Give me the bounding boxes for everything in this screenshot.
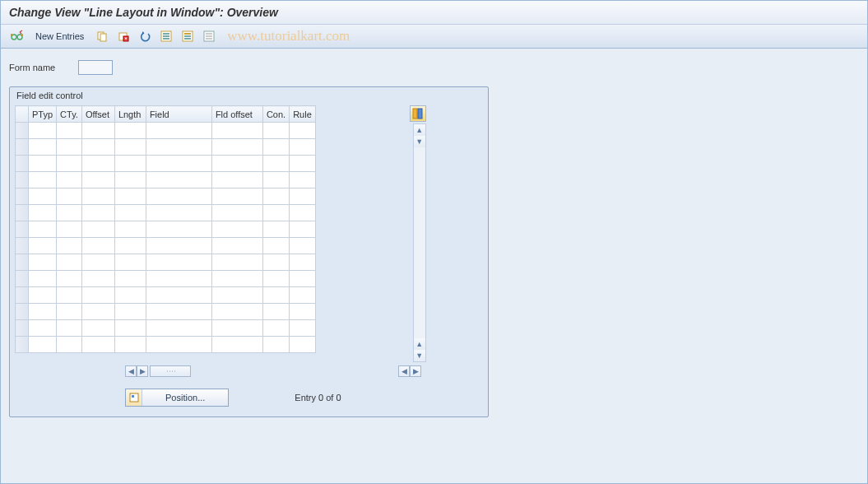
table-row[interactable]: [16, 205, 316, 221]
grid-header-ptyp[interactable]: PTyp: [29, 106, 57, 123]
horizontal-scrollbar[interactable]: ◀ ▶ ◀ ▶: [15, 365, 483, 377]
row-selector[interactable]: [16, 188, 29, 205]
grid-header-fldoffset[interactable]: Fld offset: [211, 106, 262, 123]
grid-cell[interactable]: [211, 188, 262, 205]
grid-cell[interactable]: [81, 271, 114, 287]
grid-cell[interactable]: [211, 172, 262, 188]
copy-button[interactable]: [94, 28, 110, 44]
grid-cell[interactable]: [57, 139, 82, 156]
grid-cell[interactable]: [262, 205, 289, 221]
grid-cell[interactable]: [211, 271, 262, 287]
grid-cell[interactable]: [211, 320, 262, 337]
delete-button[interactable]: [115, 28, 132, 44]
form-name-input[interactable]: [78, 60, 113, 75]
row-selector[interactable]: [16, 254, 29, 271]
table-row[interactable]: [16, 188, 316, 205]
grid-cell[interactable]: [146, 271, 211, 287]
scroll-left2-button[interactable]: ◀: [398, 365, 410, 377]
grid-cell[interactable]: [211, 238, 262, 254]
grid-cell[interactable]: [29, 238, 57, 254]
grid-cell[interactable]: [114, 205, 146, 221]
row-selector[interactable]: [16, 205, 29, 221]
grid-cell[interactable]: [290, 139, 316, 156]
grid-cell[interactable]: [114, 123, 146, 139]
grid-cell[interactable]: [29, 320, 57, 337]
grid-cell[interactable]: [57, 172, 82, 188]
grid-cell[interactable]: [81, 254, 114, 271]
grid-cell[interactable]: [114, 337, 146, 353]
grid-cell[interactable]: [146, 123, 211, 139]
scroll-down2-button[interactable]: ▲: [414, 338, 425, 350]
grid-cell[interactable]: [81, 238, 114, 254]
field-grid[interactable]: PTypCTy.OffsetLngthFieldFld offsetCon.Ru…: [15, 105, 316, 353]
scroll-right-button[interactable]: ▶: [137, 365, 148, 377]
grid-cell[interactable]: [211, 139, 262, 156]
grid-cell[interactable]: [81, 337, 114, 353]
grid-cell[interactable]: [211, 254, 262, 271]
grid-cell[interactable]: [146, 139, 211, 156]
grid-cell[interactable]: [146, 304, 211, 320]
grid-cell[interactable]: [114, 320, 146, 337]
grid-cell[interactable]: [290, 320, 316, 337]
select-all-button[interactable]: [158, 28, 174, 44]
grid-cell[interactable]: [146, 205, 211, 221]
grid-cell[interactable]: [114, 221, 146, 238]
grid-cell[interactable]: [81, 123, 114, 139]
grid-cell[interactable]: [114, 172, 146, 188]
grid-cell[interactable]: [262, 123, 289, 139]
grid-cell[interactable]: [290, 287, 316, 304]
table-row[interactable]: [16, 123, 316, 139]
grid-cell[interactable]: [146, 172, 211, 188]
grid-cell[interactable]: [57, 287, 82, 304]
row-selector[interactable]: [16, 320, 29, 337]
grid-cell[interactable]: [146, 221, 211, 238]
grid-cell[interactable]: [114, 304, 146, 320]
grid-cell[interactable]: [211, 287, 262, 304]
grid-cell[interactable]: [290, 271, 316, 287]
grid-cell[interactable]: [290, 304, 316, 320]
grid-cell[interactable]: [146, 188, 211, 205]
grid-cell[interactable]: [57, 320, 82, 337]
grid-cell[interactable]: [57, 271, 82, 287]
grid-cell[interactable]: [290, 172, 316, 188]
select-block-button[interactable]: [179, 28, 196, 44]
grid-header-cty[interactable]: CTy.: [57, 106, 82, 123]
grid-cell[interactable]: [262, 172, 289, 188]
table-row[interactable]: [16, 254, 316, 271]
grid-cell[interactable]: [57, 156, 82, 172]
row-selector[interactable]: [16, 123, 29, 139]
grid-cell[interactable]: [81, 156, 114, 172]
grid-cell[interactable]: [81, 172, 114, 188]
grid-cell[interactable]: [146, 238, 211, 254]
row-selector[interactable]: [16, 139, 29, 156]
grid-cell[interactable]: [57, 205, 82, 221]
grid-cell[interactable]: [29, 304, 57, 320]
grid-cell[interactable]: [290, 238, 316, 254]
grid-cell[interactable]: [29, 337, 57, 353]
undo-button[interactable]: [137, 28, 153, 44]
toggle-button[interactable]: [7, 28, 26, 44]
grid-cell[interactable]: [57, 221, 82, 238]
row-selector[interactable]: [16, 156, 29, 172]
row-selector[interactable]: [16, 304, 29, 320]
grid-cell[interactable]: [29, 205, 57, 221]
deselect-all-button[interactable]: [201, 28, 217, 44]
grid-cell[interactable]: [81, 205, 114, 221]
new-entries-button[interactable]: New Entries: [30, 28, 89, 44]
grid-cell[interactable]: [290, 156, 316, 172]
grid-cell[interactable]: [29, 172, 57, 188]
grid-cell[interactable]: [57, 304, 82, 320]
grid-cell[interactable]: [81, 287, 114, 304]
position-button[interactable]: Position...: [125, 389, 229, 407]
row-selector[interactable]: [16, 221, 29, 238]
scroll-thumb[interactable]: [150, 365, 191, 377]
grid-cell[interactable]: [211, 337, 262, 353]
grid-cell[interactable]: [29, 139, 57, 156]
grid-cell[interactable]: [262, 337, 289, 353]
table-row[interactable]: [16, 337, 316, 353]
grid-cell[interactable]: [81, 139, 114, 156]
grid-cell[interactable]: [211, 123, 262, 139]
grid-cell[interactable]: [262, 139, 289, 156]
grid-cell[interactable]: [146, 156, 211, 172]
grid-cell[interactable]: [146, 254, 211, 271]
